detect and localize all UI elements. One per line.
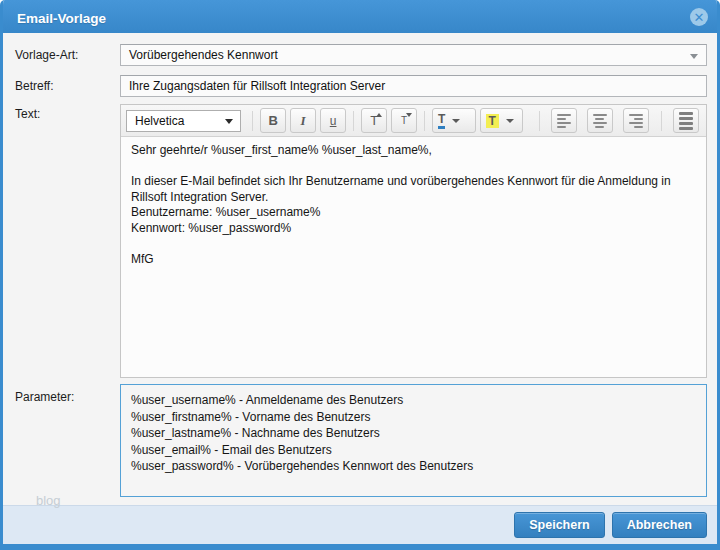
parameter-label: Parameter: xyxy=(15,390,74,404)
toolbar-separator xyxy=(252,111,253,131)
highlight-color-button[interactable]: T xyxy=(480,108,523,133)
triangle-down-icon xyxy=(406,113,412,117)
italic-icon: I xyxy=(301,113,306,129)
justify-icon xyxy=(679,112,693,130)
underline-button[interactable]: u xyxy=(320,108,346,133)
parameter-item: %user_username% - Anmeldename des Benutz… xyxy=(131,392,696,409)
chevron-down-icon xyxy=(452,119,460,123)
font-family-select[interactable]: Helvetica xyxy=(126,110,241,132)
bold-icon: B xyxy=(268,113,277,128)
parameter-item: %user_firstname% - Vorname des Benutzers xyxy=(131,409,696,426)
parameter-item: %user_password% - Vorübergehendes Kennwo… xyxy=(131,458,696,475)
close-icon[interactable]: ✕ xyxy=(690,8,708,26)
text-color-icon: T xyxy=(438,113,445,129)
font-size-decrease-button[interactable]: T xyxy=(391,108,417,133)
parameter-item: %user_email% - Email des Benutzers xyxy=(131,442,696,459)
cancel-button[interactable]: Abbrechen xyxy=(612,512,707,538)
vorlage-art-label: Vorlage-Art: xyxy=(15,48,78,62)
align-center-icon xyxy=(593,114,607,128)
justify-button[interactable] xyxy=(673,108,699,133)
email-template-dialog: Email-Vorlage ✕ Vorlage-Art: Vorübergehe… xyxy=(0,0,720,550)
align-right-icon xyxy=(629,114,643,128)
italic-button[interactable]: I xyxy=(290,108,316,133)
chevron-down-icon xyxy=(690,54,698,59)
bold-button[interactable]: B xyxy=(260,108,286,133)
chevron-down-icon xyxy=(225,119,233,124)
betreff-input[interactable] xyxy=(120,75,707,97)
align-left-icon xyxy=(557,114,571,128)
font-size-increase-button[interactable]: T xyxy=(361,108,387,133)
betreff-label: Betreff: xyxy=(15,79,53,93)
parameter-item: %user_lastname% - Nachname des Benutzers xyxy=(131,425,696,442)
save-button[interactable]: Speichern xyxy=(514,512,604,538)
toolbar-separator xyxy=(353,111,354,131)
toolbar-separator xyxy=(424,111,425,131)
text-label: Text: xyxy=(15,107,40,121)
toolbar-separator xyxy=(661,111,662,131)
dialog-footer: Speichern Abbrechen xyxy=(3,505,717,544)
align-center-button[interactable] xyxy=(587,108,613,133)
rich-text-editor: Helvetica B I u T T T T xyxy=(120,104,707,378)
vorlage-art-select[interactable]: Vorübergehendes Kennwort xyxy=(120,44,707,66)
highlight-color-icon: T xyxy=(486,114,499,128)
font-family-value: Helvetica xyxy=(135,114,184,128)
underline-icon: u xyxy=(330,114,337,128)
email-body-textarea[interactable]: Sehr geehrte/r %user_first_name% %user_l… xyxy=(121,137,706,378)
align-right-button[interactable] xyxy=(623,108,649,133)
vorlage-art-value: Vorübergehendes Kennwort xyxy=(129,48,278,62)
align-left-button[interactable] xyxy=(551,108,577,133)
dialog-title: Email-Vorlage xyxy=(17,11,106,26)
parameter-list: %user_username% - Anmeldename des Benutz… xyxy=(120,384,707,497)
watermark-text: blog xyxy=(36,493,61,508)
editor-toolbar: Helvetica B I u T T T T xyxy=(121,105,706,137)
toolbar-separator xyxy=(539,111,540,131)
triangle-up-icon xyxy=(376,113,382,117)
text-color-button[interactable]: T xyxy=(432,108,475,133)
chevron-down-icon xyxy=(506,119,514,123)
dialog-titlebar: Email-Vorlage ✕ xyxy=(3,0,717,33)
